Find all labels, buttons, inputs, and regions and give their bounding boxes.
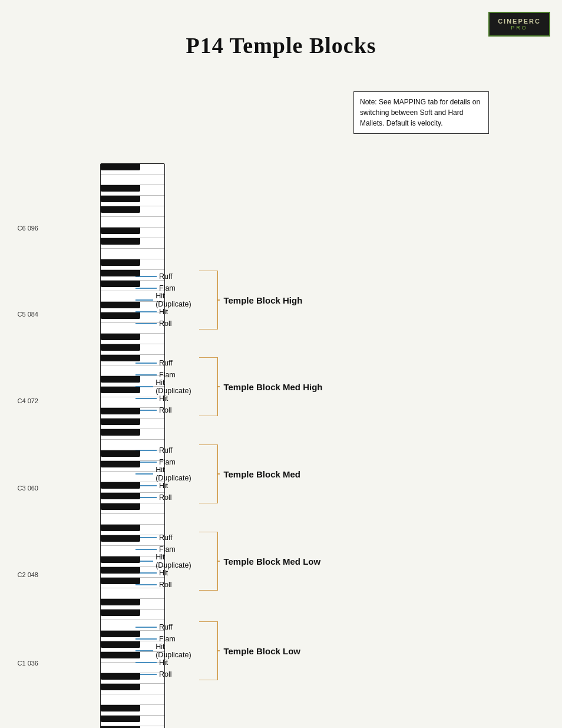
articulation-line	[135, 323, 157, 324]
articulation-row: Roll	[135, 404, 194, 416]
articulation-row: Ruff	[135, 444, 194, 456]
articulation-label: Flam	[159, 635, 176, 643]
mapping-group-2: RuffFlamHit (Duplicate)HitRollTemple Blo…	[135, 444, 300, 503]
instrument-label: Temple Block Med High	[223, 382, 322, 392]
articulation-label: Flam	[159, 284, 176, 292]
instrument-label: Temple Block Med	[223, 469, 300, 479]
articulation-row: Hit (Duplicate)	[135, 468, 194, 480]
articulation-label: Ruff	[159, 359, 173, 367]
instrument-label: Temple Block High	[223, 295, 302, 305]
articulation-row: Hit (Duplicate)	[135, 555, 194, 567]
page-title: P14 Temple Blocks	[0, 0, 562, 58]
articulation-line	[135, 549, 157, 550]
logo-subtitle: PRO	[498, 25, 541, 31]
articulation-row: Roll	[135, 318, 194, 330]
articulation-row: Roll	[135, 668, 194, 680]
articulation-row: Roll	[135, 579, 194, 591]
articulation-line	[135, 299, 153, 301]
note-label: C5 084	[6, 311, 38, 318]
articulation-label: Flam	[159, 371, 176, 379]
articulation-row: Hit	[135, 306, 194, 318]
articulation-label: Roll	[159, 319, 172, 328]
bracket-svg	[199, 532, 220, 591]
logo-name: CINEPERC	[498, 18, 541, 25]
note-label: C3 060	[6, 485, 38, 492]
articulation-row: Ruff	[135, 621, 194, 633]
articulation-row: Hit	[135, 393, 194, 404]
logo: CINEPERC PRO	[488, 12, 550, 37]
bracket-svg	[199, 271, 220, 330]
articulation-label: Ruff	[159, 272, 173, 281]
articulation-row: Ruff	[135, 357, 194, 369]
articulation-row: Ruff	[135, 532, 194, 543]
mapping-group-3: RuffFlamHit (Duplicate)HitRollTemple Blo…	[135, 532, 320, 591]
mapping-group-0: RuffFlamHit (Duplicate)HitRollTemple Blo…	[135, 271, 302, 330]
articulation-label: Roll	[159, 406, 172, 414]
articulation-line	[135, 374, 157, 375]
bracket-svg	[199, 357, 220, 416]
articulation-label: Hit	[159, 569, 168, 577]
articulation-row: Roll	[135, 492, 194, 503]
note-label: C6 096	[6, 225, 38, 232]
articulation-label: Ruff	[159, 533, 173, 542]
articulation-line	[135, 662, 157, 663]
articulation-label: Ruff	[159, 623, 173, 631]
articulation-label: Roll	[159, 670, 172, 678]
articulation-label: Roll	[159, 493, 172, 502]
articulation-line	[135, 473, 153, 475]
articulation-line	[135, 288, 157, 289]
articulation-label: Ruff	[159, 446, 173, 454]
bracket-svg	[199, 444, 220, 503]
note-label: C2 048	[6, 571, 38, 578]
articulation-row: Hit (Duplicate)	[135, 645, 194, 657]
articulation-label: Hit	[159, 482, 168, 490]
articulation-row: Hit (Duplicate)	[135, 294, 194, 306]
articulation-row: Hit	[135, 567, 194, 579]
articulation-label: Hit	[159, 394, 168, 403]
articulation-line	[135, 584, 157, 585]
articulation-line	[135, 398, 157, 399]
articulation-label: Hit	[159, 308, 168, 316]
articulation-label: Roll	[159, 581, 172, 589]
note-label: C4 072	[6, 397, 38, 404]
articulation-row: Hit (Duplicate)	[135, 381, 194, 393]
mapping-group-1: RuffFlamHit (Duplicate)HitRollTemple Blo…	[135, 357, 323, 416]
articulation-line	[135, 363, 157, 364]
articulation-line	[135, 650, 153, 651]
instrument-label: Temple Block Med Low	[223, 556, 320, 566]
articulation-label: Flam	[159, 458, 176, 466]
articulation-row: Hit	[135, 480, 194, 492]
bracket-svg	[199, 621, 220, 680]
instrument-label: Temple Block Low	[223, 646, 300, 656]
articulation-row: Ruff	[135, 271, 194, 282]
note-label: C1 036	[6, 660, 38, 667]
mapping-group-4: RuffFlamHit (Duplicate)HitRollTemple Blo…	[135, 621, 300, 680]
articulation-line	[135, 627, 157, 628]
articulation-row: Hit	[135, 657, 194, 668]
articulation-label: Hit	[159, 658, 168, 667]
articulation-line	[135, 638, 157, 640]
articulation-label: Flam	[159, 545, 176, 554]
